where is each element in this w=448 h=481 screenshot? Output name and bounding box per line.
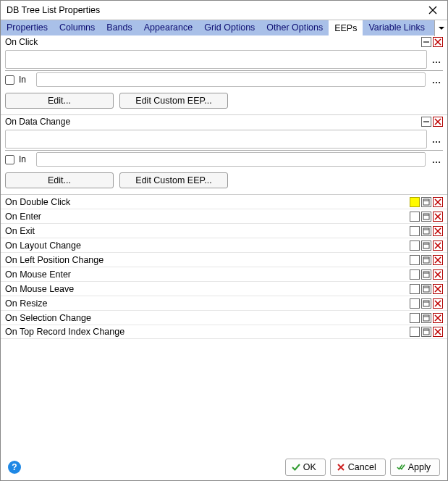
row-label: On Layout Change	[5, 240, 81, 251]
row-label: On Resize	[5, 298, 47, 309]
tab-other-options[interactable]: Other Options	[261, 20, 329, 35]
expand-button[interactable]	[421, 197, 431, 207]
ok-button[interactable]: OK	[285, 459, 326, 476]
tab-overflow-button[interactable]	[434, 20, 447, 36]
expand-button[interactable]	[421, 327, 431, 337]
delete-button[interactable]	[433, 37, 443, 47]
eep-code-field[interactable]	[5, 50, 427, 69]
apply-button[interactable]: Apply	[390, 459, 440, 476]
delete-button[interactable]	[433, 255, 443, 265]
close-button[interactable]	[424, 3, 441, 17]
in-checkbox[interactable]	[5, 155, 14, 164]
delete-button[interactable]	[433, 284, 443, 294]
expand-icon	[423, 198, 430, 206]
tab-properties[interactable]: Properties	[1, 20, 54, 35]
collapse-button[interactable]	[421, 117, 431, 127]
status-indicator	[410, 197, 420, 207]
row-on-resize[interactable]: On Resize	[1, 296, 447, 310]
tab-columns[interactable]: Columns	[54, 20, 101, 35]
row-on-top-record-index-change[interactable]: On Top Record Index Change	[1, 325, 447, 339]
x-icon	[434, 328, 441, 335]
row-on-mouse-leave[interactable]: On Mouse Leave	[1, 281, 447, 296]
expand-icon	[423, 328, 430, 335]
row-label: On Mouse Enter	[5, 269, 71, 280]
edit-custom-eep-button[interactable]: Edit Custom EEP...	[119, 93, 228, 109]
status-indicator	[410, 327, 420, 337]
help-button[interactable]: ?	[8, 461, 21, 474]
tab-variable-links[interactable]: Variable Links	[363, 20, 431, 35]
section-label: On Click	[5, 37, 421, 47]
expand-button[interactable]	[421, 212, 431, 222]
in-field[interactable]	[36, 152, 426, 167]
delete-button[interactable]	[433, 197, 443, 207]
row-on-double-click[interactable]: On Double Click	[1, 194, 447, 209]
row-label: On Enter	[5, 212, 41, 222]
x-icon	[434, 118, 441, 125]
section-on-click: On Click … In … Edit... Edit Custom EEP.…	[1, 35, 447, 114]
svg-rect-8	[423, 315, 429, 321]
row-label: On Exit	[5, 226, 35, 236]
browse-button[interactable]: …	[430, 50, 443, 69]
footer: ? OK Cancel Apply	[1, 454, 447, 480]
expand-button[interactable]	[421, 255, 431, 265]
x-icon	[434, 227, 441, 235]
edit-button[interactable]: Edit...	[5, 172, 114, 188]
svg-rect-6	[423, 286, 429, 292]
delete-button[interactable]	[433, 117, 443, 127]
expand-button[interactable]	[421, 240, 431, 251]
row-on-mouse-enter[interactable]: On Mouse Enter	[1, 267, 447, 281]
section-on-data-change: On Data Change … In … Edit... Edit Custo…	[1, 114, 447, 194]
svg-rect-5	[423, 272, 429, 277]
tab-grid-options[interactable]: Grid Options	[198, 20, 261, 35]
tab-eeps[interactable]: EEPs	[329, 20, 363, 35]
status-indicator	[410, 240, 420, 251]
expand-button[interactable]	[421, 226, 431, 236]
delete-button[interactable]	[433, 327, 443, 337]
apply-label: Apply	[408, 462, 431, 472]
browse-in-button[interactable]: …	[430, 154, 443, 165]
svg-rect-1	[423, 214, 429, 219]
in-checkbox[interactable]	[5, 75, 14, 85]
expand-button[interactable]	[421, 298, 431, 309]
x-icon	[434, 213, 441, 220]
browse-button[interactable]: …	[430, 130, 443, 149]
tab-appearance[interactable]: Appearance	[138, 20, 198, 35]
row-label: On Left Position Change	[5, 255, 103, 265]
expand-button[interactable]	[421, 269, 431, 280]
row-on-left-position-change[interactable]: On Left Position Change	[1, 252, 447, 267]
row-on-enter[interactable]: On Enter	[1, 209, 447, 223]
content-area: On Click … In … Edit... Edit Custom EEP.…	[1, 35, 447, 480]
browse-in-button[interactable]: …	[430, 75, 443, 85]
minus-icon	[423, 118, 430, 125]
cancel-button[interactable]: Cancel	[330, 459, 386, 476]
delete-button[interactable]	[433, 313, 443, 323]
delete-button[interactable]	[433, 240, 443, 251]
row-on-exit[interactable]: On Exit	[1, 223, 447, 238]
collapse-button[interactable]	[421, 37, 431, 47]
delete-button[interactable]	[433, 226, 443, 236]
tab-bands[interactable]: Bands	[101, 20, 138, 35]
expand-button[interactable]	[421, 313, 431, 323]
ok-label: OK	[303, 462, 316, 472]
caret-down-icon	[439, 25, 444, 31]
eep-code-field[interactable]	[5, 130, 427, 149]
row-on-selection-change[interactable]: On Selection Change	[1, 310, 447, 325]
cancel-label: Cancel	[348, 462, 376, 472]
x-icon	[434, 271, 441, 278]
edit-custom-eep-button[interactable]: Edit Custom EEP...	[119, 172, 228, 188]
status-indicator	[410, 212, 420, 222]
delete-button[interactable]	[433, 298, 443, 309]
delete-button[interactable]	[433, 212, 443, 222]
svg-rect-2	[423, 228, 429, 234]
x-icon	[434, 242, 441, 249]
expand-button[interactable]	[421, 284, 431, 294]
delete-button[interactable]	[433, 269, 443, 280]
row-on-layout-change[interactable]: On Layout Change	[1, 238, 447, 252]
svg-rect-4	[423, 257, 429, 263]
status-indicator	[410, 255, 420, 265]
status-indicator	[410, 284, 420, 294]
status-indicator	[410, 226, 420, 236]
in-field[interactable]	[36, 72, 426, 87]
edit-button[interactable]: Edit...	[5, 93, 114, 109]
expand-icon	[423, 300, 430, 307]
